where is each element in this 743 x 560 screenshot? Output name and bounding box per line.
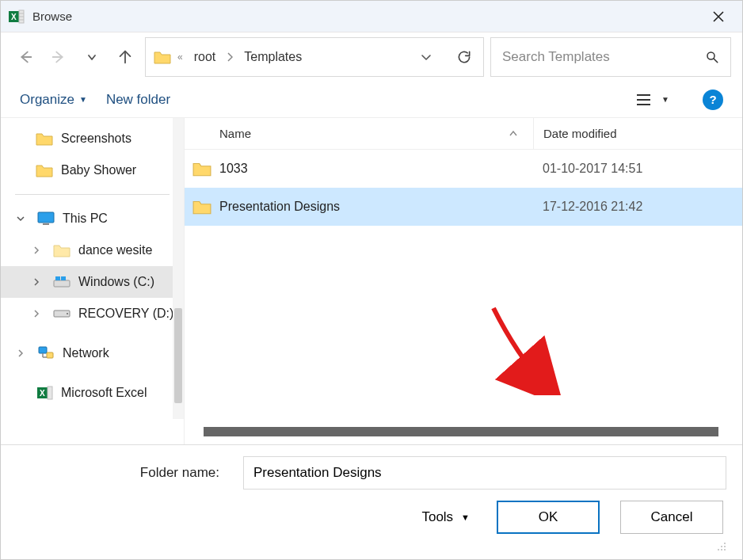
recent-locations-button[interactable] [78, 44, 105, 70]
scrollbar-thumb[interactable] [174, 308, 182, 403]
monitor-icon [37, 211, 55, 226]
column-date-label: Date modified [543, 127, 617, 140]
cancel-label: Cancel [651, 509, 693, 525]
file-list: Name Date modified 1033 01-10-2017 14:51 [185, 118, 742, 444]
navigation-pane[interactable]: Screenshots Baby Shower This PC [1, 118, 185, 444]
column-date[interactable]: Date modified [533, 118, 742, 149]
sidebar-item-screenshots[interactable]: Screenshots [1, 123, 184, 154]
svg-point-20 [67, 313, 68, 314]
excel-icon: X [9, 9, 25, 25]
cancel-button[interactable]: Cancel [620, 501, 723, 534]
svg-point-30 [724, 546, 726, 547]
file-date: 17-12-2016 21:42 [533, 200, 642, 214]
chevron-right-icon [32, 246, 45, 254]
address-bar[interactable]: « root Templates [145, 37, 484, 77]
refresh-button[interactable] [453, 49, 475, 65]
file-name: 1033 [219, 162, 533, 176]
sidebar-item-label: Screenshots [61, 131, 184, 146]
network-icon [37, 346, 55, 360]
file-row[interactable]: Presentation Designs 17-12-2016 21:42 [185, 188, 742, 226]
sidebar-item-babyshower[interactable]: Baby Shower [1, 154, 184, 186]
change-view-button[interactable]: ▼ [636, 93, 669, 107]
resize-grip-icon[interactable] [715, 540, 726, 551]
breadcrumb-templates[interactable]: Templates [239, 50, 307, 64]
column-headers: Name Date modified [185, 118, 742, 150]
caret-down-icon: ▼ [79, 95, 87, 104]
column-name[interactable]: Name [185, 127, 533, 140]
new-folder-button[interactable]: New folder [106, 92, 170, 108]
folder-name-input[interactable] [243, 456, 726, 490]
close-button[interactable] [699, 1, 737, 32]
chevron-left-icon: « [174, 51, 186, 63]
folder-icon [154, 50, 171, 64]
folder-icon [185, 199, 219, 215]
svg-rect-21 [39, 347, 47, 353]
svg-point-28 [724, 543, 726, 544]
sidebar-item-excel[interactable]: X Microsoft Excel [1, 377, 184, 409]
svg-line-10 [714, 59, 718, 63]
nav-forward-button[interactable] [45, 44, 72, 70]
chevron-down-icon [17, 215, 29, 223]
title-bar: X Browse [1, 1, 742, 32]
tools-menu[interactable]: Tools ▼ [421, 509, 470, 525]
breadcrumb-root[interactable]: root [189, 50, 221, 64]
svg-rect-22 [47, 352, 53, 358]
main-area: Screenshots Baby Shower This PC [1, 118, 742, 444]
scrollbar[interactable] [173, 118, 184, 419]
horizontal-scrollbar[interactable] [204, 427, 718, 436]
svg-text:X: X [11, 13, 17, 21]
sidebar-item-label: This PC [63, 211, 184, 226]
svg-rect-18 [61, 276, 66, 280]
caret-down-icon: ▼ [661, 95, 669, 104]
folder-icon [36, 163, 53, 177]
nav-up-button[interactable] [112, 44, 139, 70]
search-box[interactable] [490, 37, 731, 77]
sidebar-item-thispc[interactable]: This PC [1, 203, 184, 234]
svg-text:X: X [40, 389, 45, 398]
search-input[interactable] [502, 49, 705, 65]
svg-rect-16 [54, 280, 70, 287]
window-title: Browse [32, 10, 699, 23]
svg-point-33 [724, 549, 726, 550]
sidebar-item-recovery-d[interactable]: RECOVERY (D:) [1, 298, 184, 330]
help-button[interactable]: ? [703, 90, 723, 110]
svg-point-31 [718, 549, 719, 550]
sidebar-item-label: dance wesite [78, 243, 184, 257]
organize-menu[interactable]: Organize ▼ [20, 92, 87, 108]
organize-label: Organize [20, 92, 74, 108]
chevron-right-icon [223, 52, 236, 62]
caret-down-icon: ▼ [461, 512, 470, 522]
sidebar-item-dancewesite[interactable]: dance wesite [1, 234, 184, 266]
file-date: 01-10-2017 14:51 [533, 162, 642, 176]
ok-button[interactable]: OK [497, 501, 600, 534]
folder-icon [185, 161, 219, 177]
sidebar-item-label: Network [63, 346, 184, 360]
browse-dialog: X Browse « r [0, 0, 743, 560]
separator [15, 194, 170, 195]
chevron-right-icon [17, 349, 29, 357]
chevron-right-icon [32, 278, 45, 286]
svg-rect-15 [43, 223, 49, 225]
sidebar-item-label: Microsoft Excel [61, 386, 184, 400]
bottom-panel: Folder name: Tools ▼ OK Cancel [1, 444, 742, 559]
sidebar-item-windows-c[interactable]: Windows (C:) [1, 266, 184, 298]
address-dropdown-button[interactable] [420, 51, 432, 63]
ok-label: OK [539, 509, 558, 525]
svg-rect-27 [48, 387, 52, 399]
annotation-arrow [478, 300, 573, 395]
new-folder-label: New folder [106, 92, 170, 108]
chevron-right-icon [32, 310, 45, 318]
folder-icon [53, 243, 70, 257]
nav-back-button[interactable] [12, 44, 39, 70]
column-name-label: Name [219, 127, 251, 140]
file-row[interactable]: 1033 01-10-2017 14:51 [185, 150, 742, 188]
svg-point-9 [707, 52, 714, 59]
svg-point-29 [721, 546, 722, 547]
svg-point-32 [721, 549, 722, 550]
svg-rect-14 [38, 212, 54, 223]
search-icon[interactable] [705, 50, 719, 64]
drive-icon [53, 308, 70, 319]
sidebar-item-network[interactable]: Network [1, 337, 184, 369]
file-name: Presentation Designs [219, 200, 533, 214]
tools-label: Tools [421, 509, 453, 525]
